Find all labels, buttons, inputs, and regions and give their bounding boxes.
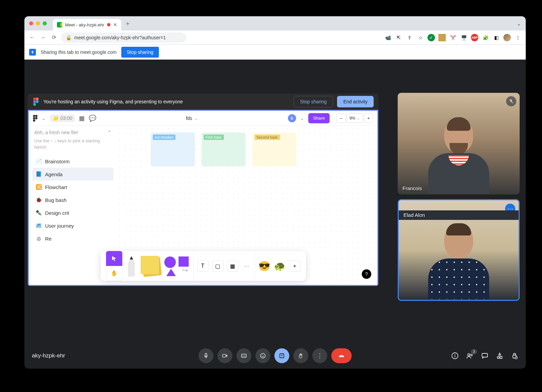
- card-first-topic[interactable]: First topic: [202, 132, 246, 166]
- address-bar-row: ← → ⟳ 🔒 meet.google.com/aky-hzpk-ehr?aut…: [24, 30, 526, 45]
- video-tile-elad[interactable]: ⋯ Elad Alon: [398, 199, 520, 301]
- user-dropdown-icon[interactable]: ⌄: [300, 116, 304, 121]
- bugbash-icon: 🐞: [36, 197, 42, 203]
- user-badge[interactable]: E: [288, 114, 296, 122]
- userjourney-icon: 🗺️: [36, 223, 42, 229]
- stop-sharing-infobar-button[interactable]: Stop sharing: [121, 47, 159, 58]
- leave-call-button[interactable]: [331, 348, 352, 363]
- layout-grid-icon[interactable]: ▦: [79, 115, 85, 122]
- card-second-topic[interactable]: Second topic: [252, 132, 296, 166]
- extension-abp-icon[interactable]: ABP: [471, 34, 478, 41]
- add-tool-button[interactable]: ＋: [289, 260, 300, 272]
- profile-avatar[interactable]: [503, 34, 511, 41]
- timer-value: 03:00: [60, 116, 72, 121]
- browser-tab[interactable]: Meet - aky-hzpk-ehr ✕: [53, 19, 121, 30]
- section-tool[interactable]: ▢: [212, 260, 224, 272]
- extension-green-icon[interactable]: ✓: [428, 34, 435, 41]
- muted-mic-icon: [506, 96, 516, 106]
- tabs-dropdown-button[interactable]: ⌄: [517, 20, 521, 27]
- template-partial[interactable]: ◎Re: [32, 232, 113, 245]
- raise-hand-button[interactable]: [293, 348, 308, 363]
- video-tile-francois[interactable]: Francois: [398, 93, 520, 194]
- host-controls-button[interactable]: [511, 352, 518, 359]
- svg-point-33: [516, 357, 517, 358]
- card-icebreaker[interactable]: Ice breaker: [151, 132, 195, 166]
- captions-button[interactable]: CC: [236, 348, 251, 363]
- maximize-window-button[interactable]: [43, 21, 47, 25]
- people-button[interactable]: 3: [466, 352, 474, 359]
- template-brainstorm[interactable]: 📄Brainstorm: [32, 155, 113, 168]
- activities-button[interactable]: [496, 352, 503, 359]
- extensions-puzzle-icon[interactable]: 🧩: [482, 34, 489, 41]
- svg-point-11: [33, 119, 35, 122]
- meet-body: You're hosting an activity using Figma, …: [24, 60, 526, 369]
- extension-scissors-icon[interactable]: ✂️: [449, 34, 457, 41]
- chat-button[interactable]: [481, 352, 488, 359]
- panel-collapse-icon[interactable]: ⌃: [107, 130, 111, 135]
- comment-icon[interactable]: 💬: [89, 115, 96, 122]
- url-input[interactable]: 🔒 meet.google.com/aky-hzpk-ehr?authuser=…: [61, 33, 186, 43]
- svg-point-9: [33, 117, 35, 119]
- shapes-tool[interactable]: ↪: [164, 256, 190, 276]
- template-userjourney[interactable]: 🗺️User journey: [32, 219, 113, 232]
- camera-indicator-icon[interactable]: 📹: [384, 34, 392, 41]
- svg-rect-27: [482, 353, 487, 357]
- figma-filename[interactable]: fds ⌄: [100, 116, 284, 121]
- reactions-button[interactable]: [255, 348, 270, 363]
- meeting-details-button[interactable]: [451, 352, 459, 359]
- close-window-button[interactable]: [29, 21, 33, 25]
- present-button[interactable]: [274, 348, 289, 363]
- camera-button[interactable]: [217, 348, 232, 363]
- figma-share-button[interactable]: Share: [308, 113, 330, 123]
- open-external-icon[interactable]: ⇱: [395, 34, 402, 41]
- extension-book-icon[interactable]: [438, 34, 446, 41]
- figjam-timer[interactable]: 🌟 03:00: [50, 115, 75, 122]
- chrome-menu-button[interactable]: ⋮: [514, 34, 522, 41]
- table-tool[interactable]: ▦: [227, 260, 238, 272]
- template-flowchart[interactable]: 🔀Flowchart: [32, 181, 113, 193]
- sticky-note-tool[interactable]: [141, 256, 161, 276]
- lock-icon: 🔒: [66, 35, 71, 40]
- stamp-turtle-icon[interactable]: 🐢: [274, 261, 286, 272]
- template-agenda[interactable]: 📘Agenda: [32, 168, 113, 181]
- extension-display-icon[interactable]: 🖥️: [460, 34, 467, 41]
- figma-help-button[interactable]: ?: [362, 269, 371, 279]
- pencil-tool[interactable]: [126, 255, 137, 277]
- figma-left-panel: Ahh, a fresh new file! ⌃ Use the ↑ ↓ key…: [29, 126, 117, 248]
- figma-logo-icon: [33, 98, 39, 105]
- more-tools-button[interactable]: ⋯: [242, 263, 251, 269]
- activity-end-button[interactable]: End activity: [337, 96, 374, 107]
- svg-point-26: [471, 354, 473, 356]
- back-button[interactable]: ←: [28, 35, 36, 41]
- designcrit-icon: ✒️: [36, 210, 42, 216]
- stamp-cool-icon[interactable]: 😎: [258, 261, 270, 272]
- svg-text:CC: CC: [242, 355, 246, 357]
- template-designcrit[interactable]: ✒️Design crit: [32, 206, 113, 219]
- tile-name-bar: Elad Alon: [399, 210, 519, 220]
- zoom-in-button[interactable]: ＋: [364, 114, 373, 123]
- text-tool[interactable]: T: [197, 260, 209, 272]
- svg-marker-28: [499, 353, 501, 355]
- sharing-infobar: Sharing this tab to meet.google.com Stop…: [24, 45, 526, 60]
- minimize-window-button[interactable]: [36, 21, 40, 25]
- forward-button[interactable]: →: [39, 35, 47, 41]
- meet-bottom-bar: aky-hzpk-ehr CC ⋮ 3: [24, 343, 526, 369]
- more-options-button[interactable]: ⋮: [312, 348, 327, 363]
- reload-button[interactable]: ⟳: [50, 34, 58, 41]
- panel-title: Ahh, a fresh new file!: [34, 130, 79, 135]
- activity-stop-sharing-button[interactable]: Stop sharing: [294, 96, 333, 107]
- bookmark-star-icon[interactable]: ☆: [417, 34, 424, 41]
- share-sheet-icon[interactable]: ⇪: [406, 34, 413, 41]
- figma-menu-button[interactable]: [33, 115, 38, 122]
- select-tool[interactable]: ✋: [106, 251, 122, 281]
- hand-tool[interactable]: ✋: [106, 266, 122, 281]
- zoom-out-button[interactable]: −: [336, 114, 346, 123]
- microphone-button[interactable]: [199, 348, 213, 363]
- new-tab-button[interactable]: ＋: [125, 19, 131, 27]
- svg-marker-13: [130, 256, 133, 260]
- side-panel-icon[interactable]: ◧: [493, 34, 500, 41]
- zoom-level[interactable]: 9%⌄: [347, 114, 363, 123]
- close-tab-button[interactable]: ✕: [113, 22, 117, 27]
- template-bugbash[interactable]: 🐞Bug bash: [32, 193, 113, 206]
- meet-favicon-icon: [57, 22, 62, 27]
